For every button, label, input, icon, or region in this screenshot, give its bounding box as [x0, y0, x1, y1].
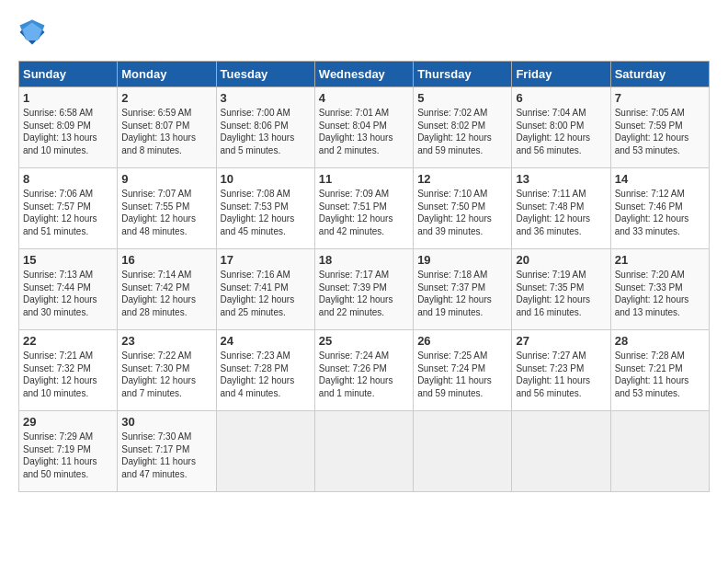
calendar-cell: 24 Sunrise: 7:23 AM Sunset: 7:28 PM Dayl…	[216, 330, 314, 411]
day-number: 17	[221, 253, 311, 267]
day-info: Sunrise: 7:06 AM Sunset: 7:57 PM Dayligh…	[23, 188, 113, 237]
day-number: 29	[23, 415, 113, 429]
calendar-cell: 12 Sunrise: 7:10 AM Sunset: 7:50 PM Dayl…	[414, 168, 512, 249]
day-info: Sunrise: 7:19 AM Sunset: 7:35 PM Dayligh…	[516, 269, 606, 318]
calendar-cell: 3 Sunrise: 7:00 AM Sunset: 8:06 PM Dayli…	[216, 87, 314, 168]
day-info: Sunrise: 7:16 AM Sunset: 7:41 PM Dayligh…	[221, 269, 311, 318]
day-info: Sunrise: 7:08 AM Sunset: 7:53 PM Dayligh…	[221, 188, 311, 237]
calendar-body: 1 Sunrise: 6:58 AM Sunset: 8:09 PM Dayli…	[19, 87, 710, 492]
logo	[18, 18, 50, 46]
calendar-cell: 4 Sunrise: 7:01 AM Sunset: 8:04 PM Dayli…	[314, 87, 413, 168]
day-number: 14	[615, 172, 705, 186]
calendar-week-row: 15 Sunrise: 7:13 AM Sunset: 7:44 PM Dayl…	[19, 249, 710, 330]
calendar-cell: 20 Sunrise: 7:19 AM Sunset: 7:35 PM Dayl…	[512, 249, 610, 330]
day-info: Sunrise: 7:01 AM Sunset: 8:04 PM Dayligh…	[319, 107, 409, 156]
calendar-cell	[610, 411, 709, 492]
day-info: Sunrise: 7:17 AM Sunset: 7:39 PM Dayligh…	[319, 269, 409, 318]
day-info: Sunrise: 7:20 AM Sunset: 7:33 PM Dayligh…	[615, 269, 705, 318]
day-number: 2	[121, 91, 211, 105]
day-info: Sunrise: 7:14 AM Sunset: 7:42 PM Dayligh…	[121, 269, 211, 318]
day-number: 30	[121, 415, 211, 429]
day-number: 12	[417, 172, 507, 186]
day-info: Sunrise: 7:25 AM Sunset: 7:24 PM Dayligh…	[417, 350, 507, 399]
day-info: Sunrise: 7:30 AM Sunset: 7:17 PM Dayligh…	[121, 431, 211, 480]
day-info: Sunrise: 7:22 AM Sunset: 7:30 PM Dayligh…	[121, 350, 211, 399]
day-number: 26	[417, 334, 507, 348]
day-number: 21	[615, 253, 705, 267]
calendar-cell: 26 Sunrise: 7:25 AM Sunset: 7:24 PM Dayl…	[414, 330, 512, 411]
header-cell-thursday: Thursday	[414, 62, 512, 87]
day-info: Sunrise: 7:07 AM Sunset: 7:55 PM Dayligh…	[121, 188, 211, 237]
day-info: Sunrise: 7:28 AM Sunset: 7:21 PM Dayligh…	[615, 350, 705, 399]
calendar-cell: 25 Sunrise: 7:24 AM Sunset: 7:26 PM Dayl…	[314, 330, 413, 411]
header-cell-sunday: Sunday	[19, 62, 118, 87]
calendar-cell: 28 Sunrise: 7:28 AM Sunset: 7:21 PM Dayl…	[610, 330, 709, 411]
day-number: 11	[319, 172, 409, 186]
day-number: 3	[221, 91, 311, 105]
calendar-cell: 17 Sunrise: 7:16 AM Sunset: 7:41 PM Dayl…	[216, 249, 314, 330]
header-cell-tuesday: Tuesday	[216, 62, 314, 87]
header-cell-friday: Friday	[512, 62, 610, 87]
calendar-header-row: SundayMondayTuesdayWednesdayThursdayFrid…	[19, 62, 710, 87]
header-cell-monday: Monday	[118, 62, 216, 87]
day-number: 5	[417, 91, 507, 105]
calendar-cell: 21 Sunrise: 7:20 AM Sunset: 7:33 PM Dayl…	[610, 249, 709, 330]
day-number: 9	[121, 172, 211, 186]
day-number: 19	[417, 253, 507, 267]
day-number: 4	[319, 91, 409, 105]
day-number: 6	[516, 91, 606, 105]
day-number: 13	[516, 172, 606, 186]
day-info: Sunrise: 7:05 AM Sunset: 7:59 PM Dayligh…	[615, 107, 705, 156]
calendar-cell: 23 Sunrise: 7:22 AM Sunset: 7:30 PM Dayl…	[118, 330, 216, 411]
day-info: Sunrise: 7:11 AM Sunset: 7:48 PM Dayligh…	[516, 188, 606, 237]
day-number: 16	[121, 253, 211, 267]
calendar-cell: 30 Sunrise: 7:30 AM Sunset: 7:17 PM Dayl…	[118, 411, 216, 492]
day-info: Sunrise: 7:12 AM Sunset: 7:46 PM Dayligh…	[615, 188, 705, 237]
calendar-cell: 10 Sunrise: 7:08 AM Sunset: 7:53 PM Dayl…	[216, 168, 314, 249]
day-info: Sunrise: 7:13 AM Sunset: 7:44 PM Dayligh…	[23, 269, 113, 318]
calendar-cell: 2 Sunrise: 6:59 AM Sunset: 8:07 PM Dayli…	[118, 87, 216, 168]
header-cell-saturday: Saturday	[610, 62, 709, 87]
day-number: 23	[121, 334, 211, 348]
day-number: 27	[516, 334, 606, 348]
day-info: Sunrise: 7:10 AM Sunset: 7:50 PM Dayligh…	[417, 188, 507, 237]
day-number: 7	[615, 91, 705, 105]
day-info: Sunrise: 7:18 AM Sunset: 7:37 PM Dayligh…	[417, 269, 507, 318]
calendar-week-row: 8 Sunrise: 7:06 AM Sunset: 7:57 PM Dayli…	[19, 168, 710, 249]
day-number: 25	[319, 334, 409, 348]
day-number: 22	[23, 334, 113, 348]
calendar-cell: 8 Sunrise: 7:06 AM Sunset: 7:57 PM Dayli…	[19, 168, 118, 249]
day-number: 24	[221, 334, 311, 348]
header-cell-wednesday: Wednesday	[314, 62, 413, 87]
calendar-cell: 5 Sunrise: 7:02 AM Sunset: 8:02 PM Dayli…	[414, 87, 512, 168]
calendar-cell: 14 Sunrise: 7:12 AM Sunset: 7:46 PM Dayl…	[610, 168, 709, 249]
day-info: Sunrise: 7:29 AM Sunset: 7:19 PM Dayligh…	[23, 431, 113, 480]
day-info: Sunrise: 7:09 AM Sunset: 7:51 PM Dayligh…	[319, 188, 409, 237]
day-info: Sunrise: 6:59 AM Sunset: 8:07 PM Dayligh…	[121, 107, 211, 156]
day-info: Sunrise: 7:23 AM Sunset: 7:28 PM Dayligh…	[221, 350, 311, 399]
calendar-week-row: 1 Sunrise: 6:58 AM Sunset: 8:09 PM Dayli…	[19, 87, 710, 168]
calendar-cell	[512, 411, 610, 492]
day-info: Sunrise: 7:21 AM Sunset: 7:32 PM Dayligh…	[23, 350, 113, 399]
page-header	[18, 18, 710, 46]
calendar-cell: 11 Sunrise: 7:09 AM Sunset: 7:51 PM Dayl…	[314, 168, 413, 249]
day-number: 18	[319, 253, 409, 267]
calendar-cell	[216, 411, 314, 492]
calendar-cell: 13 Sunrise: 7:11 AM Sunset: 7:48 PM Dayl…	[512, 168, 610, 249]
calendar-cell	[414, 411, 512, 492]
calendar-cell: 27 Sunrise: 7:27 AM Sunset: 7:23 PM Dayl…	[512, 330, 610, 411]
calendar-cell: 22 Sunrise: 7:21 AM Sunset: 7:32 PM Dayl…	[19, 330, 118, 411]
calendar-cell: 6 Sunrise: 7:04 AM Sunset: 8:00 PM Dayli…	[512, 87, 610, 168]
calendar-week-row: 22 Sunrise: 7:21 AM Sunset: 7:32 PM Dayl…	[19, 330, 710, 411]
calendar-cell: 18 Sunrise: 7:17 AM Sunset: 7:39 PM Dayl…	[314, 249, 413, 330]
day-number: 20	[516, 253, 606, 267]
calendar-cell: 16 Sunrise: 7:14 AM Sunset: 7:42 PM Dayl…	[118, 249, 216, 330]
day-info: Sunrise: 7:02 AM Sunset: 8:02 PM Dayligh…	[417, 107, 507, 156]
day-info: Sunrise: 7:04 AM Sunset: 8:00 PM Dayligh…	[516, 107, 606, 156]
calendar-cell: 19 Sunrise: 7:18 AM Sunset: 7:37 PM Dayl…	[414, 249, 512, 330]
calendar-cell: 29 Sunrise: 7:29 AM Sunset: 7:19 PM Dayl…	[19, 411, 118, 492]
calendar-cell: 9 Sunrise: 7:07 AM Sunset: 7:55 PM Dayli…	[118, 168, 216, 249]
day-number: 10	[221, 172, 311, 186]
calendar-week-row: 29 Sunrise: 7:29 AM Sunset: 7:19 PM Dayl…	[19, 411, 710, 492]
day-number: 15	[23, 253, 113, 267]
